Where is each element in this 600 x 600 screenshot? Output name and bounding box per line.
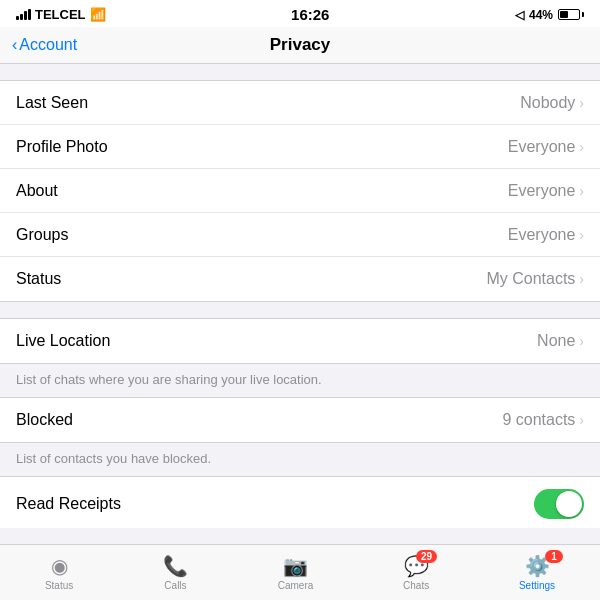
live-location-group: Live Location None › bbox=[0, 318, 600, 364]
tab-camera[interactable]: 📷 Camera bbox=[278, 554, 314, 591]
read-receipts-group: Read Receipts bbox=[0, 476, 600, 528]
location-icon: ◁ bbox=[515, 8, 524, 22]
profile-photo-row[interactable]: Profile Photo Everyone › bbox=[0, 125, 600, 169]
status-time: 16:26 bbox=[291, 6, 329, 23]
blocked-chevron: › bbox=[579, 412, 584, 428]
blocked-label: Blocked bbox=[16, 411, 73, 429]
tab-bar: ◉ Status 📞 Calls 📷 Camera 💬 29 Chats ⚙️ … bbox=[0, 544, 600, 600]
camera-tab-icon: 📷 bbox=[283, 554, 308, 578]
blocked-value: 9 contacts › bbox=[502, 411, 584, 429]
status-tab-icon: ◉ bbox=[51, 554, 68, 578]
tab-calls[interactable]: 📞 Calls bbox=[163, 554, 188, 591]
nav-bar: ‹ Account Privacy bbox=[0, 27, 600, 64]
calls-tab-icon: 📞 bbox=[163, 554, 188, 578]
blocked-group: Blocked 9 contacts › bbox=[0, 397, 600, 443]
status-chevron: › bbox=[579, 271, 584, 287]
about-label: About bbox=[16, 182, 58, 200]
tab-settings[interactable]: ⚙️ 1 Settings bbox=[519, 554, 555, 591]
about-row[interactable]: About Everyone › bbox=[0, 169, 600, 213]
back-chevron-icon: ‹ bbox=[12, 36, 17, 54]
blocked-row[interactable]: Blocked 9 contacts › bbox=[0, 398, 600, 442]
read-receipts-row: Read Receipts bbox=[0, 477, 600, 528]
chats-badge: 29 bbox=[416, 550, 437, 563]
back-button[interactable]: ‹ Account bbox=[12, 36, 77, 54]
toggle-knob bbox=[556, 491, 582, 517]
groups-label: Groups bbox=[16, 226, 68, 244]
profile-photo-label: Profile Photo bbox=[16, 138, 108, 156]
read-receipts-label: Read Receipts bbox=[16, 495, 121, 513]
last-seen-value: Nobody › bbox=[520, 94, 584, 112]
settings-tab-label: Settings bbox=[519, 580, 555, 591]
status-row[interactable]: Status My Contacts › bbox=[0, 257, 600, 301]
status-right: ◁ 44% bbox=[515, 8, 584, 22]
status-left: TELCEL 📶 bbox=[16, 7, 106, 22]
status-tab-label: Status bbox=[45, 580, 73, 591]
privacy-group-1: Last Seen Nobody › Profile Photo Everyon… bbox=[0, 80, 600, 302]
groups-row[interactable]: Groups Everyone › bbox=[0, 213, 600, 257]
camera-tab-label: Camera bbox=[278, 580, 314, 591]
back-label[interactable]: Account bbox=[19, 36, 77, 54]
status-label: Status bbox=[16, 270, 61, 288]
signal-percent: 44% bbox=[529, 8, 553, 22]
live-location-row[interactable]: Live Location None › bbox=[0, 319, 600, 363]
read-receipts-toggle[interactable] bbox=[534, 489, 584, 519]
about-value: Everyone › bbox=[508, 182, 584, 200]
groups-chevron: › bbox=[579, 227, 584, 243]
chats-tab-label: Chats bbox=[403, 580, 429, 591]
last-seen-row[interactable]: Last Seen Nobody › bbox=[0, 81, 600, 125]
live-location-note: List of chats where you are sharing your… bbox=[0, 366, 600, 397]
carrier-label: TELCEL bbox=[35, 7, 86, 22]
calls-tab-label: Calls bbox=[164, 580, 186, 591]
page-title: Privacy bbox=[270, 35, 331, 55]
live-location-chevron: › bbox=[579, 333, 584, 349]
signal-icon bbox=[16, 9, 31, 20]
status-value: My Contacts › bbox=[486, 270, 584, 288]
battery-icon bbox=[558, 9, 584, 20]
content-area: Last Seen Nobody › Profile Photo Everyon… bbox=[0, 64, 600, 528]
profile-photo-chevron: › bbox=[579, 139, 584, 155]
tab-status[interactable]: ◉ Status bbox=[45, 554, 73, 591]
status-bar: TELCEL 📶 16:26 ◁ 44% bbox=[0, 0, 600, 27]
live-location-label: Live Location bbox=[16, 332, 110, 350]
about-chevron: › bbox=[579, 183, 584, 199]
live-location-value: None › bbox=[537, 332, 584, 350]
settings-badge: 1 bbox=[545, 550, 563, 563]
last-seen-chevron: › bbox=[579, 95, 584, 111]
tab-chats[interactable]: 💬 29 Chats bbox=[403, 554, 429, 591]
blocked-note: List of contacts you have blocked. bbox=[0, 445, 600, 476]
wifi-icon: 📶 bbox=[90, 7, 106, 22]
last-seen-label: Last Seen bbox=[16, 94, 88, 112]
profile-photo-value: Everyone › bbox=[508, 138, 584, 156]
groups-value: Everyone › bbox=[508, 226, 584, 244]
